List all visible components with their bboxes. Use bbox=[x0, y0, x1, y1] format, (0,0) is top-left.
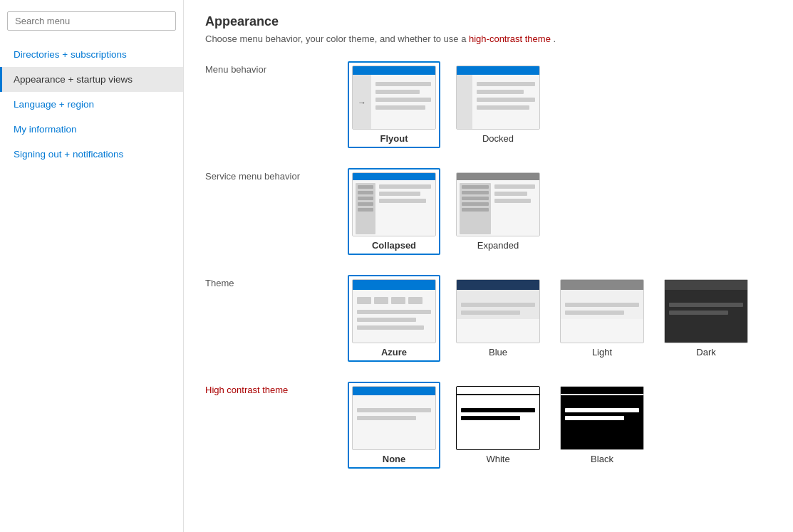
option-none[interactable]: None bbox=[348, 382, 440, 469]
blue-topbar bbox=[457, 280, 539, 290]
line bbox=[379, 184, 431, 189]
dark-label: Dark bbox=[664, 347, 748, 358]
option-black[interactable]: Black bbox=[556, 382, 648, 469]
sidebar-item-appearance[interactable]: Appearance + startup views bbox=[0, 67, 183, 92]
dark-content bbox=[665, 290, 747, 319]
line bbox=[357, 325, 424, 330]
docked-side bbox=[457, 75, 472, 130]
page-title: Appearance bbox=[205, 14, 772, 29]
page-description: Choose menu behavior, your color theme, … bbox=[205, 33, 772, 44]
azure-content bbox=[353, 290, 435, 334]
docked-preview bbox=[456, 66, 540, 130]
flyout-lines bbox=[375, 82, 431, 110]
sidebar-item-myinfo[interactable]: My information bbox=[0, 117, 183, 142]
black-preview bbox=[560, 386, 644, 450]
line bbox=[494, 192, 527, 196]
expanded-body bbox=[457, 180, 539, 236]
line bbox=[565, 416, 624, 420]
sidebar-item-directories[interactable]: Directories + subscriptions bbox=[0, 42, 183, 67]
option-collapsed[interactable]: Collapsed bbox=[348, 168, 440, 255]
sidebar-item-language[interactable]: Language + region bbox=[0, 92, 183, 117]
line bbox=[477, 105, 529, 110]
none-preview bbox=[352, 386, 436, 450]
flyout-body: → bbox=[353, 75, 435, 130]
white-label: White bbox=[456, 454, 540, 464]
line bbox=[494, 184, 535, 189]
line bbox=[357, 408, 431, 412]
high-contrast-link[interactable]: high-contrast theme bbox=[469, 33, 551, 44]
collapsed-content bbox=[378, 183, 432, 234]
black-label: Black bbox=[560, 454, 644, 464]
dark-preview bbox=[664, 279, 748, 343]
collapsed-body bbox=[353, 180, 435, 236]
line bbox=[565, 408, 639, 412]
option-white[interactable]: White bbox=[452, 382, 544, 469]
line bbox=[669, 311, 728, 315]
dark-topbar bbox=[665, 280, 747, 290]
dark-lines bbox=[669, 303, 743, 315]
option-dark[interactable]: Dark bbox=[660, 275, 752, 362]
white-preview bbox=[456, 386, 540, 450]
line bbox=[461, 416, 520, 420]
azure-label: Azure bbox=[352, 347, 436, 358]
service-menu-label: Service menu behavior bbox=[205, 168, 348, 182]
flyout-preview: → bbox=[352, 66, 436, 130]
service-menu-options: Collapsed bbox=[348, 168, 544, 255]
light-lines bbox=[565, 303, 639, 315]
expanded-svc bbox=[460, 183, 491, 234]
white-content bbox=[457, 395, 539, 424]
flyout-label: Flyout bbox=[352, 133, 436, 144]
docked-content bbox=[472, 75, 539, 130]
flyout-arrow: → bbox=[353, 75, 371, 130]
line bbox=[477, 98, 535, 102]
flyout-topbar bbox=[353, 66, 435, 75]
docked-lines bbox=[477, 82, 535, 110]
line bbox=[461, 303, 535, 307]
none-lines bbox=[357, 408, 431, 420]
flyout-content bbox=[371, 75, 435, 130]
expanded-content bbox=[493, 183, 537, 234]
option-docked[interactable]: Docked bbox=[452, 61, 544, 148]
line bbox=[477, 90, 524, 94]
line bbox=[379, 199, 426, 203]
none-label: None bbox=[352, 454, 436, 464]
line bbox=[375, 98, 431, 102]
collapsed-topbar bbox=[353, 173, 435, 180]
option-light[interactable]: Light bbox=[556, 275, 648, 362]
light-topbar bbox=[561, 280, 643, 290]
light-content bbox=[561, 290, 643, 319]
option-flyout[interactable]: → Flyout bbox=[348, 61, 440, 148]
high-contrast-options: None bbox=[348, 382, 648, 469]
white-lines bbox=[461, 408, 535, 420]
menu-behavior-section: Menu behavior → bbox=[205, 61, 772, 148]
collapsed-label: Collapsed bbox=[352, 240, 436, 251]
blue-label: Blue bbox=[456, 347, 540, 358]
expanded-preview bbox=[456, 172, 540, 236]
black-lines bbox=[565, 408, 639, 420]
search-box bbox=[7, 11, 176, 31]
menu-behavior-options: → Flyout bbox=[348, 61, 544, 148]
expanded-topbar bbox=[457, 173, 539, 180]
theme-section: Theme bbox=[205, 275, 772, 362]
sidebar-item-signout[interactable]: Signing out + notifications bbox=[0, 142, 183, 167]
line bbox=[494, 199, 531, 203]
collapsed-svc bbox=[356, 183, 375, 234]
option-expanded[interactable]: Expanded bbox=[452, 168, 544, 255]
line bbox=[461, 311, 520, 315]
service-menu-section: Service menu behavior bbox=[205, 168, 772, 255]
search-input[interactable] bbox=[7, 11, 176, 31]
line bbox=[357, 416, 416, 420]
menu-behavior-label: Menu behavior bbox=[205, 61, 348, 75]
none-topbar bbox=[353, 387, 435, 395]
option-azure[interactable]: Azure bbox=[348, 275, 440, 362]
docked-label: Docked bbox=[456, 133, 540, 144]
sidebar: Directories + subscriptions Appearance +… bbox=[0, 0, 184, 532]
high-contrast-section-label: High contrast theme bbox=[205, 382, 348, 395]
line bbox=[565, 311, 624, 315]
line bbox=[357, 310, 431, 314]
line bbox=[375, 105, 425, 110]
light-preview bbox=[560, 279, 644, 343]
option-blue[interactable]: Blue bbox=[452, 275, 544, 362]
light-label: Light bbox=[560, 347, 644, 358]
white-topbar bbox=[457, 387, 539, 395]
